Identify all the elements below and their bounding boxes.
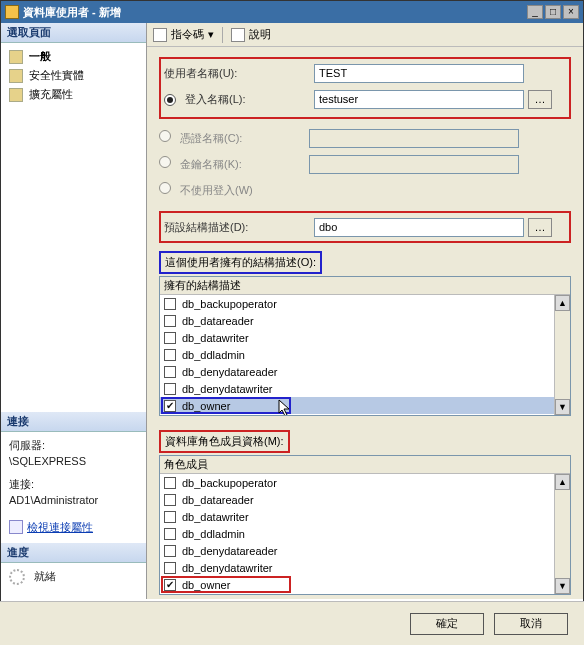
left-pane: 選取頁面 一般 安全性實體 擴充屬性 連接 伺服器: \SQLEXPRESS 連… bbox=[1, 23, 147, 599]
toolbar: 指令碼 ▾ 說明 bbox=[147, 23, 583, 47]
maximize-button[interactable]: □ bbox=[545, 5, 561, 19]
roles-section-label: 資料庫角色成員資格(M): bbox=[159, 430, 290, 453]
checkbox[interactable] bbox=[164, 545, 176, 557]
minimize-button[interactable]: _ bbox=[527, 5, 543, 19]
checkbox[interactable] bbox=[164, 298, 176, 310]
list-item[interactable]: db_securityadmin bbox=[160, 593, 570, 595]
cert-label: 憑證名稱(C): bbox=[180, 132, 242, 144]
progress-spinner-icon bbox=[9, 569, 25, 585]
list-item-label: db_owner bbox=[182, 579, 230, 591]
nologin-radio bbox=[159, 182, 171, 194]
progress-value: 就緒 bbox=[34, 570, 56, 582]
left-item-extended[interactable]: 擴充屬性 bbox=[1, 85, 146, 104]
checkbox[interactable] bbox=[164, 579, 176, 591]
list-item[interactable]: db_owner bbox=[160, 576, 570, 593]
ok-label: 確定 bbox=[436, 616, 458, 631]
list-item-label: db_datawriter bbox=[182, 332, 249, 344]
login-radio[interactable] bbox=[164, 94, 176, 106]
list-item[interactable]: db_backupoperator bbox=[160, 295, 570, 312]
list-item[interactable]: db_denydatawriter bbox=[160, 559, 570, 576]
checkbox[interactable] bbox=[164, 400, 176, 412]
left-item-securables[interactable]: 安全性實體 bbox=[1, 66, 146, 85]
list-item[interactable]: db_datawriter bbox=[160, 508, 570, 525]
checkbox[interactable] bbox=[164, 494, 176, 506]
login-browse-button[interactable]: … bbox=[528, 90, 552, 109]
window-title: 資料庫使用者 - 新增 bbox=[23, 5, 525, 20]
key-input bbox=[309, 155, 519, 174]
checkbox[interactable] bbox=[164, 511, 176, 523]
scroll-down-icon[interactable]: ▼ bbox=[555, 399, 570, 415]
scrollbar[interactable]: ▲ ▼ bbox=[554, 474, 570, 594]
page-icon bbox=[9, 50, 23, 64]
list-item[interactable]: db_ddladmin bbox=[160, 346, 570, 363]
defschema-input[interactable] bbox=[314, 218, 524, 237]
list-item-label: db_datareader bbox=[182, 494, 254, 506]
list-item[interactable]: db_owner bbox=[160, 397, 570, 414]
owned-schemas-list: 擁有的結構描述 db_backupoperatordb_datareaderdb… bbox=[159, 276, 571, 416]
list-item[interactable]: db_datareader bbox=[160, 312, 570, 329]
cancel-label: 取消 bbox=[520, 616, 542, 631]
list-item-label: db_owner bbox=[182, 400, 230, 412]
list-item-label: db_denydatawriter bbox=[182, 383, 273, 395]
list-item-label: db_ddladmin bbox=[182, 528, 245, 540]
username-input[interactable] bbox=[314, 64, 524, 83]
main-split: 選取頁面 一般 安全性實體 擴充屬性 連接 伺服器: \SQLEXPRESS 連… bbox=[1, 23, 583, 599]
list-item-label: db_backupoperator bbox=[182, 477, 277, 489]
highlight-user-login: 使用者名稱(U): 登入名稱(L): … bbox=[159, 57, 571, 119]
right-pane: 指令碼 ▾ 說明 使用者名稱(U): 登入名稱(L): bbox=[147, 23, 583, 599]
view-connection-link[interactable]: 檢視連接屬性 bbox=[9, 520, 138, 535]
list-item[interactable]: db_backupoperator bbox=[160, 474, 570, 491]
left-item-general[interactable]: 一般 bbox=[1, 47, 146, 66]
scroll-down-icon[interactable]: ▼ bbox=[555, 578, 570, 594]
checkbox[interactable] bbox=[164, 477, 176, 489]
scrollbar[interactable]: ▲ ▼ bbox=[554, 295, 570, 415]
list-item[interactable]: db_datareader bbox=[160, 491, 570, 508]
left-header-select: 選取頁面 bbox=[1, 23, 146, 43]
defschema-browse-button[interactable]: … bbox=[528, 218, 552, 237]
script-icon bbox=[153, 28, 167, 42]
list-item[interactable]: db_denydatareader bbox=[160, 363, 570, 380]
key-label: 金鑰名稱(K): bbox=[180, 158, 242, 170]
cert-radio-row: 憑證名稱(C): bbox=[159, 130, 309, 146]
nologin-label: 不使用登入(W) bbox=[180, 184, 253, 196]
list-item[interactable]: db_denydatareader bbox=[160, 542, 570, 559]
login-input[interactable] bbox=[314, 90, 524, 109]
dropdown-icon: ▾ bbox=[208, 28, 214, 41]
scroll-up-icon[interactable]: ▲ bbox=[555, 474, 570, 490]
owned-schemas-header: 擁有的結構描述 bbox=[160, 277, 570, 295]
roles-header: 角色成員 bbox=[160, 456, 570, 474]
list-item[interactable]: db_securityadmin bbox=[160, 414, 570, 416]
help-button[interactable]: 說明 bbox=[231, 27, 271, 42]
left-item-label: 安全性實體 bbox=[29, 68, 84, 83]
page-icon bbox=[9, 88, 23, 102]
list-item-label: db_datareader bbox=[182, 315, 254, 327]
owned-schemas-label: 這個使用者擁有的結構描述(O): bbox=[159, 251, 322, 274]
username-label: 使用者名稱(U): bbox=[164, 66, 314, 81]
list-item[interactable]: db_ddladmin bbox=[160, 525, 570, 542]
cancel-button[interactable]: 取消 bbox=[494, 613, 568, 635]
left-page-list: 一般 安全性實體 擴充屬性 bbox=[1, 43, 146, 108]
dialog-footer: 確定 取消 bbox=[0, 601, 584, 645]
checkbox[interactable] bbox=[164, 366, 176, 378]
page-icon bbox=[9, 69, 23, 83]
list-item-label: db_denydatawriter bbox=[182, 562, 273, 574]
list-item[interactable]: db_denydatawriter bbox=[160, 380, 570, 397]
login-label: 登入名稱(L): bbox=[185, 93, 246, 105]
checkbox[interactable] bbox=[164, 332, 176, 344]
checkbox[interactable] bbox=[164, 349, 176, 361]
list-item-label: db_denydatareader bbox=[182, 366, 277, 378]
ok-button[interactable]: 確定 bbox=[410, 613, 484, 635]
highlight-default-schema: 預設結構描述(D): … bbox=[159, 211, 571, 243]
scroll-up-icon[interactable]: ▲ bbox=[555, 295, 570, 311]
close-button[interactable]: × bbox=[563, 5, 579, 19]
list-item[interactable]: db_datawriter bbox=[160, 329, 570, 346]
left-header-progress: 進度 bbox=[1, 543, 146, 563]
cert-input bbox=[309, 129, 519, 148]
script-button[interactable]: 指令碼 ▾ bbox=[153, 27, 214, 42]
checkbox[interactable] bbox=[164, 528, 176, 540]
checkbox[interactable] bbox=[164, 315, 176, 327]
server-value: \SQLEXPRESS bbox=[9, 455, 138, 467]
list-item-label: db_backupoperator bbox=[182, 298, 277, 310]
checkbox[interactable] bbox=[164, 383, 176, 395]
checkbox[interactable] bbox=[164, 562, 176, 574]
